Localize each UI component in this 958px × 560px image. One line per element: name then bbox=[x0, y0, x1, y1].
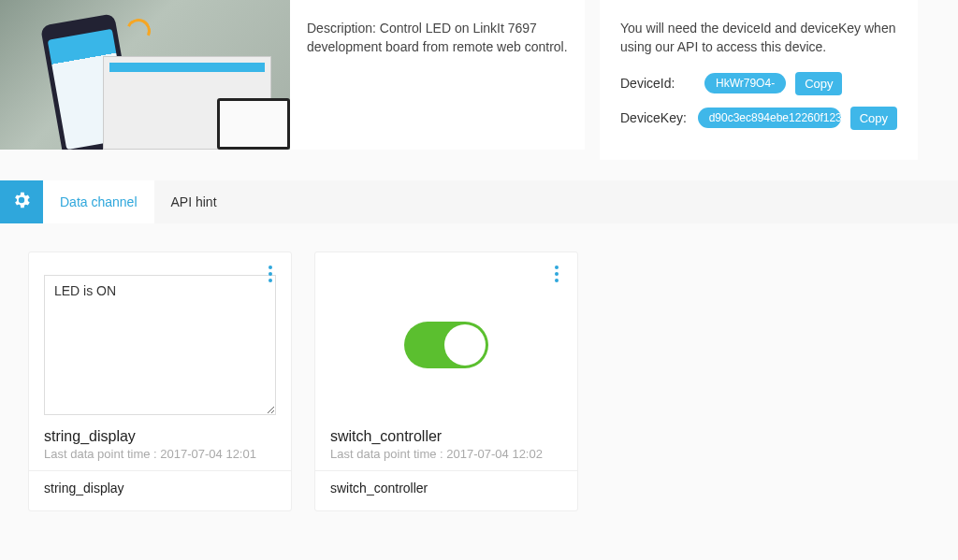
copy-device-id-button[interactable]: Copy bbox=[795, 72, 842, 95]
divider bbox=[315, 470, 577, 471]
device-key-label: DeviceKey: bbox=[620, 110, 689, 125]
channel-name: switch_controller bbox=[330, 481, 562, 495]
kebab-menu[interactable] bbox=[261, 262, 280, 286]
device-key-value: d90c3ec894ebe12260f123 bbox=[698, 108, 841, 128]
device-key-row: DeviceKey: d90c3ec894ebe12260f123 Copy bbox=[620, 107, 897, 130]
description-text: Description: Control LED on LinkIt 7697 … bbox=[290, 0, 585, 150]
kebab-menu[interactable] bbox=[547, 262, 566, 286]
last-point-prefix: Last data point time : bbox=[330, 447, 446, 461]
tabs-row: Data channel API hint bbox=[0, 180, 958, 223]
channels-grid: string_display Last data point time : 20… bbox=[0, 223, 958, 539]
api-note: You will need the deviceId and deviceKey… bbox=[620, 19, 897, 57]
device-id-value: HkWr79O4- bbox=[704, 73, 786, 93]
last-point-prefix: Last data point time : bbox=[44, 447, 160, 461]
device-credentials-card: You will need the deviceId and deviceKey… bbox=[600, 0, 918, 160]
switch-knob bbox=[444, 324, 486, 366]
divider bbox=[29, 470, 291, 471]
channel-last-point: Last data point time : 2017-07-04 12:02 bbox=[330, 447, 562, 461]
last-point-time: 2017-07-04 12:02 bbox=[446, 447, 543, 461]
settings-tab[interactable] bbox=[0, 180, 43, 223]
copy-device-key-button[interactable]: Copy bbox=[850, 107, 897, 130]
channel-last-point: Last data point time : 2017-07-04 12:01 bbox=[44, 447, 276, 461]
channel-name: string_display bbox=[44, 481, 276, 495]
info-card: Description: Control LED on LinkIt 7697 … bbox=[0, 0, 585, 150]
channel-card-string-display: string_display Last data point time : 20… bbox=[28, 251, 292, 511]
string-display-textarea[interactable] bbox=[44, 275, 276, 415]
gear-icon bbox=[11, 190, 32, 213]
device-id-row: DeviceId: HkWr79O4- Copy bbox=[620, 72, 897, 95]
channel-title: string_display bbox=[44, 428, 276, 445]
tab-api-hint[interactable]: API hint bbox=[154, 180, 234, 223]
tab-data-channel[interactable]: Data channel bbox=[43, 180, 154, 223]
device-id-label: DeviceId: bbox=[620, 76, 695, 91]
product-image bbox=[0, 0, 290, 150]
last-point-time: 2017-07-04 12:01 bbox=[160, 447, 256, 461]
channel-title: switch_controller bbox=[330, 428, 562, 445]
channel-card-switch-controller: switch_controller Last data point time :… bbox=[314, 251, 578, 511]
switch-toggle[interactable] bbox=[404, 322, 488, 368]
